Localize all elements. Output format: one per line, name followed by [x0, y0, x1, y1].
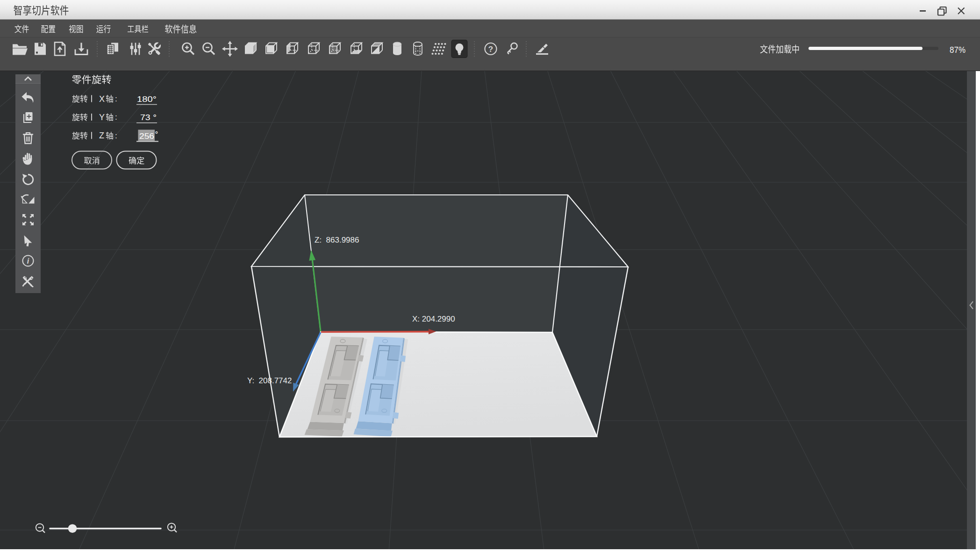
- svg-text:?: ?: [488, 45, 493, 54]
- svg-text:Y: 208.7742: Y: 208.7742: [247, 376, 292, 385]
- svg-text:87%: 87%: [950, 45, 966, 55]
- svg-text::: :: [115, 131, 117, 140]
- svg-text:Z: Z: [99, 131, 104, 140]
- svg-text:X: X: [99, 94, 105, 104]
- svg-text:180°: 180°: [137, 95, 157, 103]
- svg-text:°: °: [155, 130, 158, 139]
- svg-text:256: 256: [139, 132, 154, 140]
- svg-text:X: 204.2990: X: 204.2990: [412, 315, 455, 323]
- svg-text:i: i: [27, 257, 29, 265]
- svg-text:Z: 863.9986: Z: 863.9986: [315, 236, 359, 244]
- svg-text::: :: [115, 94, 117, 103]
- svg-text::: :: [115, 113, 117, 122]
- svg-text:Y: Y: [99, 113, 105, 122]
- svg-text:73 °: 73 °: [140, 113, 157, 122]
